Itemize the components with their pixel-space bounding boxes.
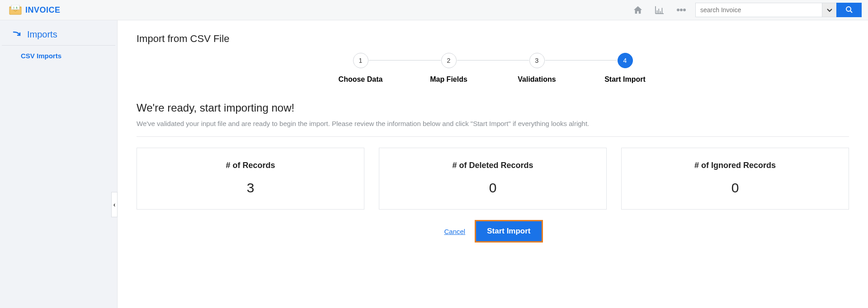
sidebar-collapse-handle[interactable]: ‹ (111, 192, 118, 217)
search-dropdown-toggle[interactable] (822, 3, 836, 17)
brand[interactable]: ≡ $ INVOICE (9, 5, 61, 15)
stepper: 1 Choose Data 2 Map Fields 3 Validations… (316, 53, 669, 84)
search-input[interactable] (695, 3, 822, 17)
sidebar: Imports CSV Imports ‹ (0, 20, 118, 308)
card-value: 0 (626, 180, 844, 196)
sidebar-group-imports[interactable]: Imports (2, 20, 115, 46)
step-number: 3 (529, 53, 545, 68)
home-icon[interactable] (633, 5, 643, 14)
search-icon (845, 6, 853, 14)
step-map-fields[interactable]: 2 Map Fields (405, 53, 493, 84)
invoice-logo-icon: ≡ $ (9, 5, 22, 15)
svg-point-11 (683, 9, 686, 11)
header-icon-group (633, 5, 686, 14)
step-number: 4 (618, 53, 633, 68)
step-start-import[interactable]: 4 Start Import (581, 53, 669, 84)
step-choose-data[interactable]: 1 Choose Data (316, 53, 405, 84)
import-arrow-icon (13, 29, 23, 40)
chart-icon[interactable] (655, 5, 665, 14)
brand-text: INVOICE (25, 5, 61, 15)
search-button[interactable] (836, 3, 862, 17)
divider (137, 136, 849, 137)
start-import-button[interactable]: Start Import (476, 221, 541, 241)
action-row: Cancel Start Import (137, 221, 849, 241)
step-number: 1 (353, 53, 368, 68)
card-ignored-records: # of Ignored Records 0 (621, 148, 849, 210)
step-label: Validations (518, 75, 556, 84)
card-title: # of Records (142, 161, 359, 170)
ready-title: We're ready, start importing now! (137, 102, 849, 114)
card-value: 3 (142, 180, 359, 196)
sidebar-item-csv-imports[interactable]: CSV Imports (0, 46, 117, 66)
chevron-down-icon (827, 6, 832, 14)
card-records: # of Records 3 (137, 148, 364, 210)
card-value: 0 (384, 180, 602, 196)
step-validations[interactable]: 3 Validations (493, 53, 581, 84)
card-title: # of Ignored Records (626, 161, 844, 170)
svg-text:≡ $: ≡ $ (13, 6, 18, 9)
card-deleted-records: # of Deleted Records 0 (379, 148, 607, 210)
main-content: Import from CSV File 1 Choose Data 2 Map… (118, 20, 868, 308)
svg-point-9 (677, 9, 679, 11)
chevron-left-icon: ‹ (113, 201, 116, 208)
cancel-link[interactable]: Cancel (444, 228, 465, 235)
summary-cards: # of Records 3 # of Deleted Records 0 # … (137, 148, 849, 210)
step-label: Start Import (604, 75, 646, 84)
ready-description: We've validated your input file and are … (137, 120, 849, 127)
card-title: # of Deleted Records (384, 161, 602, 170)
app-header: ≡ $ INVOICE (0, 0, 868, 20)
search-wrap (695, 3, 862, 17)
svg-line-13 (850, 11, 852, 13)
step-label: Map Fields (430, 75, 467, 84)
svg-point-12 (846, 7, 851, 11)
step-number: 2 (441, 53, 457, 68)
svg-point-10 (680, 9, 683, 11)
page-title: Import from CSV File (137, 33, 849, 45)
step-label: Choose Data (339, 75, 383, 84)
sidebar-group-label: Imports (27, 29, 57, 40)
more-icon[interactable] (676, 8, 686, 12)
